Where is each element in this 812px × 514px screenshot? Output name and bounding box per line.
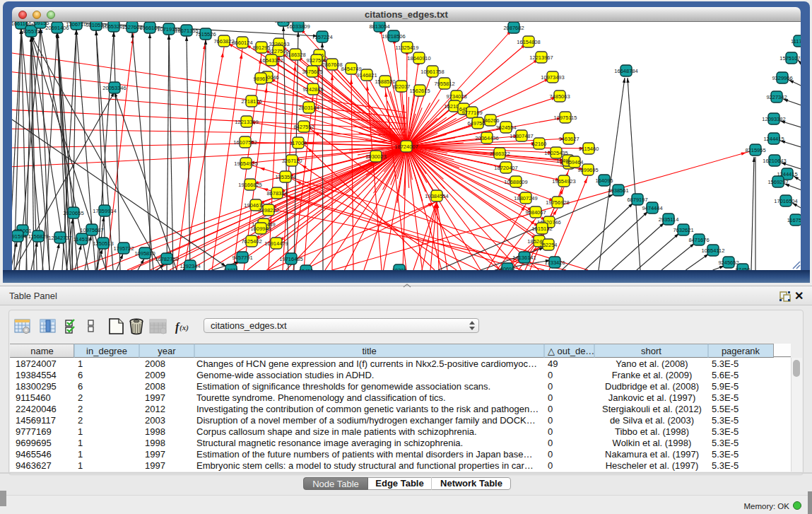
svg-text:98961: 98961 (254, 76, 269, 82)
svg-text:8678334: 8678334 (266, 190, 287, 197)
svg-text:16543362: 16543362 (259, 57, 283, 64)
svg-text:1250513: 1250513 (93, 240, 113, 247)
svg-text:2867608: 2867608 (322, 62, 342, 68)
svg-text:92450: 92450 (299, 268, 314, 271)
svg-text:3267110: 3267110 (282, 158, 302, 164)
svg-text:114519: 114519 (73, 236, 90, 243)
svg-text:8660124: 8660124 (232, 40, 252, 46)
svg-text:7515526: 7515526 (195, 31, 216, 37)
svg-text:10654112: 10654112 (702, 247, 725, 254)
svg-text:17359914: 17359914 (93, 208, 116, 214)
svg-text:164095: 164095 (595, 177, 613, 184)
svg-text:12213369: 12213369 (235, 119, 258, 125)
svg-text:2930023: 2930023 (365, 153, 386, 160)
svg-text:391594: 391594 (12, 233, 27, 240)
svg-text:87871: 87871 (224, 267, 239, 271)
svg-text:10973493: 10973493 (541, 74, 564, 81)
svg-text:12213967: 12213967 (529, 54, 553, 61)
svg-text:2020655: 2020655 (63, 210, 83, 216)
svg-text:14136141: 14136141 (512, 255, 536, 261)
svg-text:12975115: 12975115 (554, 115, 577, 121)
svg-text:822037: 822037 (392, 83, 410, 90)
svg-text:19654923: 19654923 (552, 178, 575, 185)
svg-text:19654925: 19654925 (234, 160, 257, 167)
svg-text:2718176: 2718176 (241, 98, 261, 105)
svg-text:10688609: 10688609 (504, 179, 527, 185)
svg-text:2803144: 2803144 (298, 105, 319, 111)
svg-text:16033809: 16033809 (286, 23, 310, 30)
svg-text:111731: 111731 (791, 38, 801, 45)
svg-text:17016504: 17016504 (774, 198, 797, 204)
svg-text:252254: 252254 (539, 242, 557, 248)
svg-text:10807487: 10807487 (510, 133, 533, 139)
svg-text:8938561: 8938561 (608, 187, 628, 194)
svg-text:9084067: 9084067 (525, 209, 546, 216)
svg-text:3624554: 3624554 (495, 124, 516, 131)
svg-text:9457791: 9457791 (232, 255, 252, 261)
svg-text:19384554: 19384554 (425, 193, 448, 199)
svg-text:20364436: 20364436 (475, 135, 498, 141)
svg-text:1795722: 1795722 (113, 245, 134, 252)
svg-text:7625402: 7625402 (241, 238, 261, 245)
svg-text:1562615: 1562615 (409, 88, 430, 94)
svg-text:8454749: 8454749 (341, 66, 361, 72)
svg-text:19716485: 19716485 (279, 256, 302, 262)
svg-text:9734028: 9734028 (446, 93, 466, 100)
svg-text:1244415: 1244415 (763, 136, 784, 142)
svg-text:8215955: 8215955 (745, 147, 765, 153)
svg-text:9899695: 9899695 (577, 167, 598, 173)
svg-text:62160: 62160 (532, 141, 547, 147)
svg-text:19166825: 19166825 (238, 182, 261, 188)
svg-text:7632621: 7632621 (673, 227, 693, 233)
svg-text:(x): (x) (180, 323, 189, 332)
svg-text:746266: 746266 (481, 117, 499, 124)
svg-text:9329966: 9329966 (772, 75, 792, 81)
svg-text:1306710: 1306710 (66, 22, 86, 28)
svg-text:18724007: 18724007 (394, 144, 418, 150)
svg-text:9463627: 9463627 (558, 136, 579, 142)
svg-text:7357224: 7357224 (312, 34, 332, 40)
svg-text:6879197: 6879197 (627, 197, 647, 203)
svg-text:116753: 116753 (787, 217, 801, 223)
svg-text:959464: 959464 (565, 159, 583, 165)
svg-text:9115460: 9115460 (579, 146, 599, 152)
svg-text:3675685: 3675685 (302, 69, 322, 75)
svg-text:1569297: 1569297 (767, 179, 788, 185)
svg-text:9227342: 9227342 (766, 94, 787, 100)
svg-text:8813054: 8813054 (369, 23, 389, 30)
svg-text:7955812: 7955812 (434, 81, 454, 87)
svg-text:20053346: 20053346 (102, 85, 126, 91)
svg-text:1353594: 1353594 (275, 174, 295, 180)
svg-text:7485063: 7485063 (549, 93, 570, 100)
svg-text:7663822: 7663822 (213, 38, 234, 45)
svg-text:9242848: 9242848 (302, 86, 323, 93)
svg-text:14055714: 14055714 (19, 28, 42, 35)
svg-text:9474444: 9474444 (642, 205, 662, 211)
svg-text:18807249: 18807249 (514, 195, 537, 201)
svg-text:2087682: 2087682 (503, 25, 524, 31)
svg-text:19756928: 19756928 (546, 199, 569, 206)
svg-text:18284: 18284 (392, 267, 407, 271)
svg-text:3498222: 3498222 (258, 207, 278, 214)
svg-text:15751074: 15751074 (779, 55, 801, 62)
svg-text:10975687: 10975687 (80, 227, 103, 233)
svg-text:1615132: 1615132 (531, 226, 552, 232)
svg-text:7986322: 7986322 (489, 151, 510, 157)
svg-text:10961758: 10961758 (420, 69, 444, 75)
svg-text:12342737: 12342737 (48, 235, 71, 241)
svg-text:16154808: 16154808 (517, 39, 540, 45)
svg-text:16648784: 16648784 (614, 68, 637, 74)
svg-text:18720407: 18720407 (494, 165, 517, 171)
svg-text:117004: 117004 (290, 140, 307, 146)
svg-text:60698: 60698 (500, 266, 515, 271)
svg-text:16782759: 16782759 (155, 256, 178, 262)
svg-text:2935114: 2935114 (659, 216, 679, 223)
svg-text:12093382: 12093382 (762, 116, 785, 122)
svg-text:97450: 97450 (736, 267, 751, 271)
svg-text:16210643: 16210643 (763, 158, 786, 164)
svg-text:16107552: 16107552 (233, 139, 257, 146)
svg-text:1156829: 1156829 (28, 233, 49, 240)
svg-text:8471676: 8471676 (688, 237, 709, 243)
svg-text:1609948: 1609948 (250, 226, 271, 232)
svg-text:1733426: 1733426 (544, 259, 565, 266)
